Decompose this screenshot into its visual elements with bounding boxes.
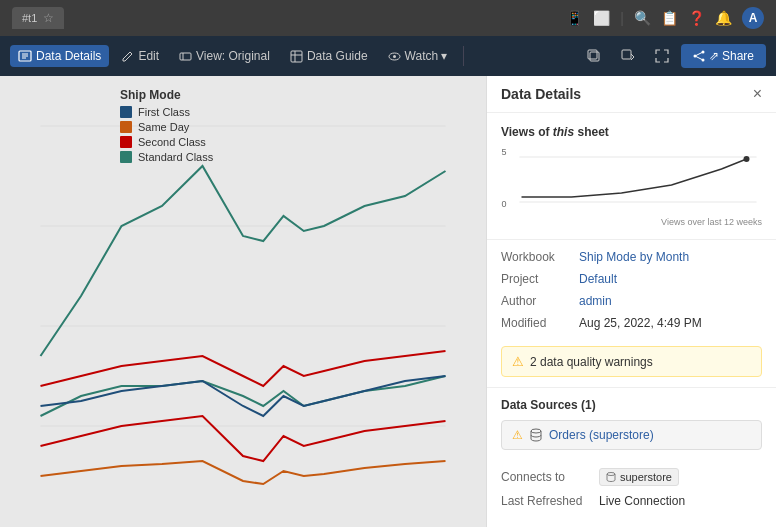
close-button[interactable]: × <box>753 86 762 102</box>
legend-label-first-class: First Class <box>138 106 190 118</box>
download-button[interactable] <box>613 45 643 67</box>
project-value[interactable]: Default <box>579 272 617 286</box>
view-original-button[interactable]: View: Original <box>171 45 278 67</box>
datasource-item[interactable]: ⚠ Orders (superstore) <box>501 420 762 450</box>
warning-text: 2 data quality warnings <box>530 355 653 369</box>
svg-rect-13 <box>622 50 631 59</box>
svg-point-10 <box>393 55 396 58</box>
connects-to-value: superstore <box>599 468 679 486</box>
mobile-icon[interactable]: 📱 <box>566 10 583 26</box>
svg-rect-6 <box>291 51 302 62</box>
svg-text:0: 0 <box>502 199 507 209</box>
legend-item-first-class: First Class <box>120 106 213 118</box>
legend-label-second-class: Second Class <box>138 136 206 148</box>
fullscreen-icon <box>655 49 669 63</box>
connects-to-label: Connects to <box>501 470 591 484</box>
warning-icon: ⚠ <box>512 354 524 369</box>
svg-point-30 <box>607 473 615 476</box>
svg-point-29 <box>531 429 541 433</box>
database-icon <box>529 428 543 442</box>
workbook-label: Workbook <box>501 250 571 264</box>
legend-color-first-class <box>120 106 132 118</box>
svg-line-17 <box>695 52 703 56</box>
legend-item-second-class: Second Class <box>120 136 213 148</box>
share-button[interactable]: ⇗ Share <box>681 44 766 68</box>
modified-value: Aug 25, 2022, 4:49 PM <box>579 316 702 330</box>
edit-icon <box>121 50 134 63</box>
fullscreen-button[interactable] <box>647 45 677 67</box>
toolbar: Data Details Edit View: Original Data Gu… <box>0 36 776 76</box>
avatar[interactable]: A <box>742 7 764 29</box>
data-guide-button[interactable]: Data Guide <box>282 45 376 67</box>
svg-text:5: 5 <box>502 147 507 157</box>
datasource-warning-icon: ⚠ <box>512 428 523 442</box>
views-sparkline: 5 0 <box>501 147 762 217</box>
project-label: Project <box>501 272 571 286</box>
share-icon <box>693 50 705 62</box>
clipboard-icon[interactable]: 📋 <box>661 10 678 26</box>
window-icon[interactable]: ⬜ <box>593 10 610 26</box>
db-small-icon <box>606 472 616 482</box>
toolbar-separator <box>463 46 464 66</box>
view-icon <box>179 50 192 63</box>
legend-color-standard-class <box>120 151 132 163</box>
data-details-icon <box>18 49 32 63</box>
author-value[interactable]: admin <box>579 294 612 308</box>
panel-header: Data Details × <box>487 76 776 113</box>
svg-rect-11 <box>590 52 599 61</box>
toolbar-right: ⇗ Share <box>579 44 766 68</box>
datasources-section: Data Sources (1) ⚠ Orders (superstore) <box>487 387 776 468</box>
connects-section: Connects to superstore Last Refreshed Li… <box>487 468 776 516</box>
svg-point-28 <box>744 156 750 162</box>
data-details-button[interactable]: Data Details <box>10 45 109 67</box>
last-refreshed-value: Live Connection <box>599 494 685 508</box>
legend-item-standard-class: Standard Class <box>120 151 213 163</box>
chart-area: Ship Mode First Class Same Day Second Cl… <box>0 76 486 527</box>
svg-rect-19 <box>0 76 486 527</box>
views-section: Views of this sheet 5 0 Views over last … <box>487 113 776 240</box>
bell-icon[interactable]: 🔔 <box>715 10 732 26</box>
copy-icon <box>587 49 601 63</box>
legend-title: Ship Mode <box>120 88 213 102</box>
chart-svg <box>0 76 486 527</box>
project-row: Project Default <box>501 272 762 286</box>
last-refreshed-label: Last Refreshed <box>501 494 591 508</box>
panel-title: Data Details <box>501 86 581 102</box>
svg-rect-4 <box>180 53 191 60</box>
author-row: Author admin <box>501 294 762 308</box>
datasources-title: Data Sources (1) <box>501 398 762 412</box>
chart-legend: Ship Mode First Class Same Day Second Cl… <box>120 88 213 166</box>
details-panel: Data Details × Views of this sheet 5 0 <box>486 76 776 527</box>
metadata-section: Workbook Ship Mode by Month Project Defa… <box>487 240 776 342</box>
browser-icons: 📱 ⬜ | 🔍 📋 ❓ 🔔 A <box>566 7 764 29</box>
views-section-title: Views of this sheet <box>501 125 762 139</box>
svg-rect-12 <box>588 50 597 59</box>
datasource-name: Orders (superstore) <box>549 428 654 442</box>
eye-icon <box>388 50 401 63</box>
main-content: Ship Mode First Class Same Day Second Cl… <box>0 76 776 527</box>
legend-color-same-day <box>120 121 132 133</box>
browser-bar: #t1 ☆ 📱 ⬜ | 🔍 📋 ❓ 🔔 A <box>0 0 776 36</box>
copy-button[interactable] <box>579 45 609 67</box>
tab-label: #t1 <box>22 12 37 24</box>
views-chart: 5 0 Views over last 12 weeks <box>501 147 762 227</box>
watch-button[interactable]: Watch ▾ <box>380 45 456 67</box>
svg-line-18 <box>695 56 703 60</box>
star-icon: ☆ <box>43 11 54 25</box>
author-label: Author <box>501 294 571 308</box>
download-icon <box>621 49 635 63</box>
edit-button[interactable]: Edit <box>113 45 167 67</box>
legend-label-same-day: Same Day <box>138 121 189 133</box>
browser-tab[interactable]: #t1 ☆ <box>12 7 64 29</box>
db-badge: superstore <box>599 468 679 486</box>
help-icon[interactable]: ❓ <box>688 10 705 26</box>
modified-row: Modified Aug 25, 2022, 4:49 PM <box>501 316 762 330</box>
modified-label: Modified <box>501 316 571 330</box>
search-browser-icon[interactable]: 🔍 <box>634 10 651 26</box>
views-period-label: Views over last 12 weeks <box>661 217 762 227</box>
workbook-value[interactable]: Ship Mode by Month <box>579 250 689 264</box>
legend-item-same-day: Same Day <box>120 121 213 133</box>
data-guide-icon <box>290 50 303 63</box>
connects-to-row: Connects to superstore <box>501 468 762 486</box>
warning-banner[interactable]: ⚠ 2 data quality warnings <box>501 346 762 377</box>
